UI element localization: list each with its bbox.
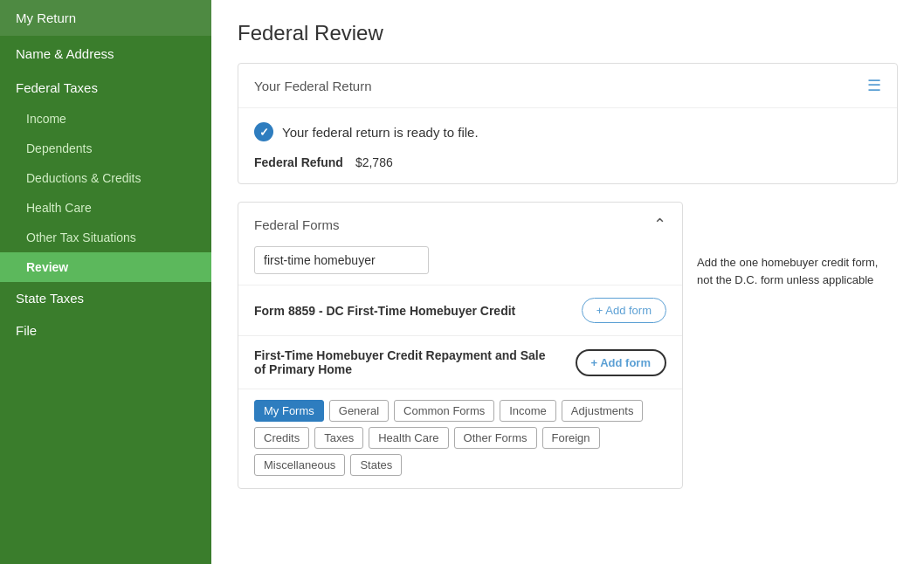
form-search-input[interactable] (254, 246, 429, 274)
forms-wrapper: Federal Forms ⌃ Form 8859 - DC First-Tim… (238, 202, 898, 498)
refund-row: Federal Refund $2,786 (254, 152, 881, 169)
federal-return-card-body: Your federal return is ready to file. Fe… (238, 108, 897, 183)
form-tag-foreign[interactable]: Foreign (542, 427, 600, 449)
form-tag-common-forms[interactable]: Common Forms (394, 400, 494, 422)
form-tag-other-forms[interactable]: Other Forms (454, 427, 537, 449)
annotation-text: Add the one homebuyer credit form, not t… (697, 254, 880, 288)
add-form-8859-button[interactable]: + Add form (582, 298, 666, 323)
sidebar: My Return Name & Address Federal Taxes I… (0, 0, 211, 564)
sidebar-item-state-taxes[interactable]: State Taxes (0, 282, 211, 314)
form-tags-section: My FormsGeneralCommon FormsIncomeAdjustm… (238, 389, 682, 488)
form-tag-my-forms[interactable]: My Forms (254, 400, 324, 422)
sidebar-section-federal-taxes: Federal Taxes (0, 72, 211, 104)
sidebar-item-health-care[interactable]: Health Care (0, 193, 211, 223)
form-tag-miscellaneous[interactable]: Miscellaneous (254, 454, 345, 476)
form-homebuyer-repayment-name: First-Time Homebuyer Credit Repayment an… (254, 348, 551, 376)
status-text: Your federal return is ready to file. (282, 125, 479, 140)
sidebar-item-my-return[interactable]: My Return (0, 0, 211, 36)
federal-return-card-title: Your Federal Return (254, 79, 372, 93)
form-tag-health-care[interactable]: Health Care (369, 427, 448, 449)
federal-forms-card-title: Federal Forms (254, 217, 340, 232)
federal-return-card-header: Your Federal Return ☰ (238, 64, 897, 108)
sidebar-item-name-address[interactable]: Name & Address (0, 36, 211, 72)
sidebar-item-income[interactable]: Income (0, 104, 211, 134)
form-row-8859: Form 8859 - DC First-Time Homebuyer Cred… (238, 285, 682, 335)
sidebar-item-review[interactable]: Review (0, 252, 211, 282)
form-tag-income[interactable]: Income (500, 400, 556, 422)
chevron-up-icon[interactable]: ⌃ (653, 215, 666, 234)
main-content: Federal Review Your Federal Return ☰ You… (211, 0, 924, 564)
form-tag-credits[interactable]: Credits (254, 427, 309, 449)
sidebar-item-dependents[interactable]: Dependents (0, 134, 211, 163)
form-tag-states[interactable]: States (350, 454, 402, 476)
form-tag-taxes[interactable]: Taxes (314, 427, 363, 449)
form-8859-name: Form 8859 - DC First-Time Homebuyer Cred… (254, 304, 515, 318)
form-tag-adjustments[interactable]: Adjustments (562, 400, 644, 422)
refund-amount: $2,786 (355, 155, 393, 169)
sidebar-item-file[interactable]: File (0, 314, 211, 347)
add-form-homebuyer-repayment-button[interactable]: + Add form (576, 349, 667, 376)
sidebar-item-deductions[interactable]: Deductions & Credits (0, 163, 211, 193)
refund-label: Federal Refund (254, 155, 343, 169)
federal-forms-card-header: Federal Forms ⌃ (238, 203, 682, 246)
federal-forms-card: Federal Forms ⌃ Form 8859 - DC First-Tim… (238, 202, 683, 489)
federal-return-card: Your Federal Return ☰ Your federal retur… (238, 63, 898, 184)
status-row: Your federal return is ready to file. (254, 122, 881, 141)
form-tag-general[interactable]: General (329, 400, 389, 422)
menu-icon[interactable]: ☰ (867, 76, 881, 95)
page-title: Federal Review (238, 21, 898, 45)
form-row-homebuyer-repayment: First-Time Homebuyer Credit Repayment an… (238, 335, 682, 389)
sidebar-item-other-tax[interactable]: Other Tax Situations (0, 223, 211, 252)
check-icon (254, 122, 273, 141)
